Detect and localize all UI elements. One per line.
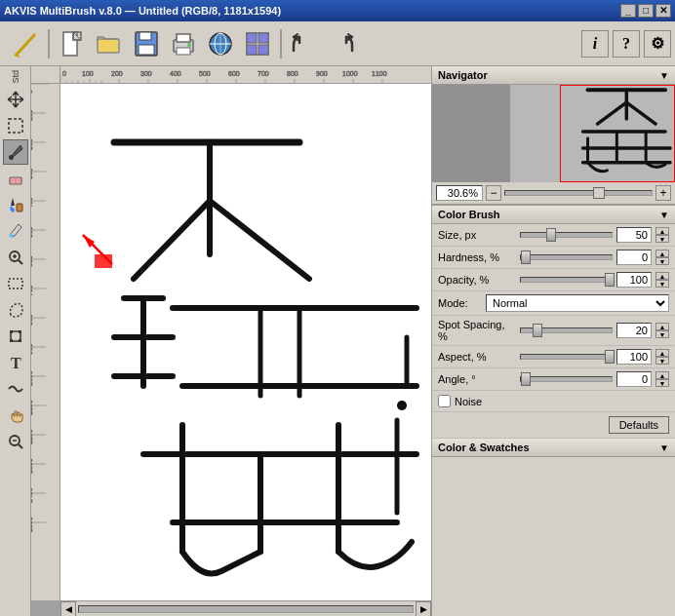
navigator-view	[432, 85, 675, 182]
zoom-out-btn[interactable]: −	[486, 185, 501, 201]
spot-spacing-thumb[interactable]	[533, 324, 542, 337]
navigator-panel: Navigator ▼	[432, 66, 675, 206]
fill-tool-btn[interactable]	[3, 192, 28, 217]
hardness-down-btn[interactable]: ▼	[655, 257, 669, 265]
brush-tool-btn[interactable]	[3, 139, 28, 165]
eyedropper-tool-btn[interactable]	[3, 218, 28, 244]
zoom-thumb[interactable]	[593, 187, 605, 199]
eraser-tool-btn[interactable]	[3, 166, 28, 191]
svg-text:800: 800	[287, 70, 298, 77]
rect-select-btn[interactable]	[3, 271, 28, 296]
color-brush-dropdown[interactable]: ▼	[659, 210, 669, 220]
open-button[interactable]	[92, 26, 127, 61]
size-value[interactable]	[616, 227, 652, 243]
defaults-button[interactable]: Defaults	[609, 416, 669, 434]
spot-spacing-slider[interactable]	[520, 327, 613, 333]
help-button[interactable]: ?	[613, 30, 640, 58]
opacity-up-btn[interactable]: ▲	[655, 272, 669, 280]
size-slider[interactable]	[520, 232, 613, 238]
ruler-horizontal: 0 100 200 300 400 500 600 700 800 900 10…	[60, 66, 431, 84]
hardness-slider[interactable]	[520, 254, 613, 260]
aspect-up-btn[interactable]: ▲	[655, 349, 669, 357]
canvas-drawing[interactable]	[60, 84, 431, 600]
aspect-slider[interactable]	[520, 354, 613, 360]
noise-label: Noise	[455, 396, 482, 407]
maximize-btn[interactable]: □	[638, 4, 654, 18]
svg-rect-37	[19, 339, 21, 342]
svg-rect-5	[98, 39, 119, 53]
svg-rect-21	[258, 45, 268, 55]
scrollbar-horizontal[interactable]: ◀ ▶	[60, 600, 431, 616]
svg-text:200: 200	[111, 70, 123, 77]
text-tool-btn[interactable]: T	[3, 350, 28, 375]
size-up-btn[interactable]: ▲	[655, 227, 669, 235]
redo-button[interactable]	[324, 26, 359, 61]
hardness-up-btn[interactable]: ▲	[655, 250, 669, 257]
new-button[interactable]	[55, 26, 90, 61]
color-swatches-title: Color & Swatches	[438, 442, 530, 453]
zoom-slider[interactable]	[504, 190, 653, 196]
scroll-left-btn[interactable]: ◀	[60, 601, 76, 617]
svg-rect-110	[95, 254, 112, 268]
aspect-down-btn[interactable]: ▼	[655, 357, 669, 365]
svg-point-23	[9, 155, 14, 160]
smudge-tool-btn[interactable]	[3, 376, 28, 402]
transform-tool-btn[interactable]	[3, 324, 28, 349]
move-tool-btn[interactable]	[3, 87, 28, 112]
spot-spacing-down-btn[interactable]: ▼	[655, 330, 669, 338]
opacity-slider[interactable]	[520, 277, 613, 283]
zoom-tool-btn[interactable]	[3, 245, 28, 270]
hardness-thumb[interactable]	[521, 250, 531, 264]
size-down-btn[interactable]: ▼	[655, 235, 669, 243]
mode-select[interactable]: Normal Multiply Screen Overlay	[486, 294, 669, 312]
main-brush-icon[interactable]	[4, 26, 43, 61]
scroll-right-btn[interactable]: ▶	[416, 601, 431, 617]
angle-slider[interactable]	[520, 376, 613, 382]
hardness-value[interactable]	[616, 250, 652, 265]
spot-spacing-label: Spot Spacing, %	[438, 319, 516, 342]
color-swatches-header: Color & Swatches ▼	[432, 439, 675, 457]
size-thumb[interactable]	[546, 228, 556, 242]
svg-text:0: 0	[62, 70, 66, 77]
hand-tool-btn[interactable]	[3, 403, 28, 428]
canvas-scroll[interactable]	[60, 84, 431, 600]
selection-tool-btn[interactable]	[3, 113, 28, 138]
navigator-dropdown[interactable]: ▼	[659, 70, 669, 81]
nav-left-area	[432, 85, 510, 182]
svg-text:400: 400	[31, 197, 33, 209]
undo-button[interactable]	[287, 26, 322, 61]
angle-value[interactable]	[616, 371, 652, 387]
window-controls[interactable]: _ □ ✕	[620, 4, 671, 18]
opacity-thumb[interactable]	[605, 273, 615, 287]
grid-button[interactable]	[240, 26, 275, 61]
spot-spacing-value[interactable]	[616, 323, 652, 338]
aspect-value[interactable]	[616, 349, 652, 365]
minimize-btn[interactable]: _	[620, 4, 636, 18]
noise-checkbox[interactable]	[438, 395, 451, 407]
globe-button[interactable]	[203, 26, 238, 61]
angle-thumb[interactable]	[521, 372, 531, 386]
svg-text:1100: 1100	[31, 400, 33, 415]
settings-button[interactable]: ⚙	[644, 30, 671, 58]
angle-down-btn[interactable]: ▼	[655, 379, 669, 387]
info-button[interactable]: i	[581, 30, 609, 58]
opacity-value[interactable]	[616, 272, 652, 288]
spot-spacing-up-btn[interactable]: ▲	[655, 323, 669, 330]
lasso-tool-btn[interactable]	[3, 297, 28, 323]
angle-up-btn[interactable]: ▲	[655, 371, 669, 379]
right-panel: Navigator ▼	[431, 66, 675, 616]
zoom-out-tool-btn[interactable]	[3, 429, 28, 454]
save-button[interactable]	[129, 26, 164, 61]
aspect-thumb[interactable]	[605, 350, 615, 364]
toolbar-right: i ? ⚙	[581, 30, 671, 58]
angle-param-row: Angle, ° ▲ ▼	[432, 368, 675, 391]
print-button[interactable]	[166, 26, 201, 61]
svg-text:1000: 1000	[31, 370, 33, 386]
svg-text:800: 800	[31, 314, 33, 326]
svg-rect-26	[17, 204, 22, 212]
color-swatches-dropdown[interactable]: ▼	[659, 443, 669, 453]
scroll-track-h[interactable]	[78, 605, 414, 613]
close-btn[interactable]: ✕	[655, 4, 671, 18]
zoom-in-btn[interactable]: +	[655, 185, 671, 201]
opacity-down-btn[interactable]: ▼	[655, 280, 669, 288]
